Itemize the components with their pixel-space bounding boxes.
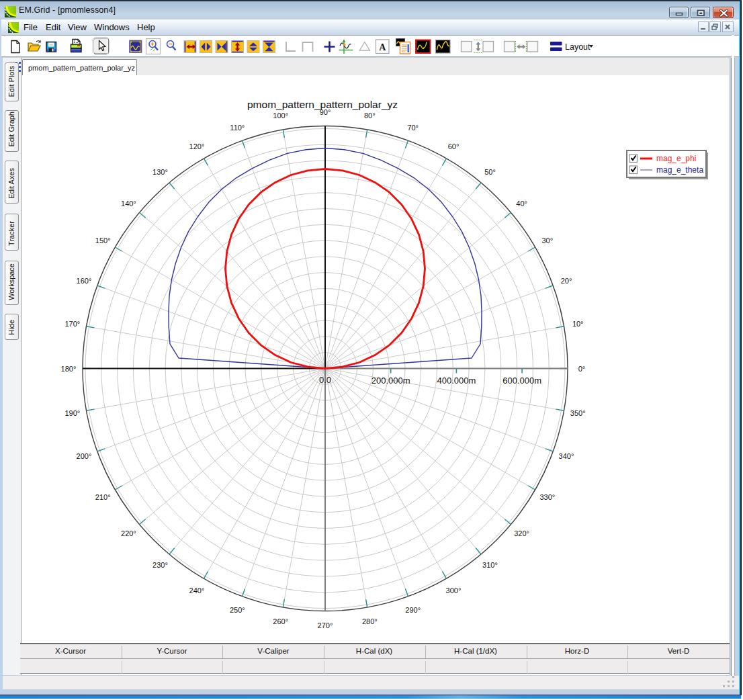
svg-text:230°: 230° [152, 561, 168, 569]
svg-text:80°: 80° [364, 112, 376, 120]
svg-text:60°: 60° [448, 142, 460, 150]
svg-text:320°: 320° [514, 529, 529, 537]
svg-text:290°: 290° [405, 606, 421, 614]
svg-text:210°: 210° [95, 493, 111, 501]
svg-text:mag_e_theta: mag_e_theta [656, 165, 703, 175]
svg-text:100°: 100° [273, 112, 288, 120]
svg-text:400.000m: 400.000m [437, 376, 476, 386]
svg-text:270°: 270° [318, 621, 333, 629]
svg-text:260°: 260° [273, 617, 288, 625]
svg-text:0°: 0° [578, 365, 586, 373]
svg-text:350°: 350° [570, 409, 586, 417]
svg-text:330°: 330° [539, 493, 555, 501]
svg-text:170°: 170° [64, 320, 80, 328]
svg-text:40°: 40° [516, 200, 527, 208]
svg-text:pmom_pattern_pattern_polar_yz: pmom_pattern_pattern_polar_yz [247, 99, 398, 110]
svg-text:180°: 180° [61, 365, 77, 373]
svg-text:220°: 220° [121, 529, 136, 537]
svg-text:280°: 280° [362, 617, 378, 625]
svg-text:0.0: 0.0 [319, 375, 331, 385]
svg-text:20°: 20° [561, 277, 572, 285]
svg-text:160°: 160° [77, 277, 92, 285]
svg-text:250°: 250° [230, 606, 245, 614]
svg-text:200°: 200° [77, 452, 92, 460]
svg-text:300°: 300° [446, 586, 462, 595]
svg-text:120°: 120° [189, 142, 205, 150]
svg-text:130°: 130° [152, 168, 168, 176]
svg-text:10°: 10° [572, 320, 584, 328]
svg-text:150°: 150° [95, 236, 111, 245]
svg-text:mag_e_phi: mag_e_phi [656, 154, 696, 163]
svg-text:340°: 340° [559, 452, 574, 460]
svg-text:110°: 110° [230, 124, 245, 132]
svg-text:140°: 140° [121, 200, 136, 208]
svg-text:200.000m: 200.000m [372, 376, 410, 386]
svg-text:600.000m: 600.000m [502, 376, 541, 386]
svg-text:240°: 240° [189, 586, 205, 595]
svg-text:70°: 70° [407, 124, 419, 132]
svg-text:50°: 50° [484, 168, 496, 176]
svg-text:30°: 30° [541, 236, 553, 245]
svg-text:310°: 310° [482, 561, 498, 569]
svg-text:190°: 190° [64, 409, 80, 417]
